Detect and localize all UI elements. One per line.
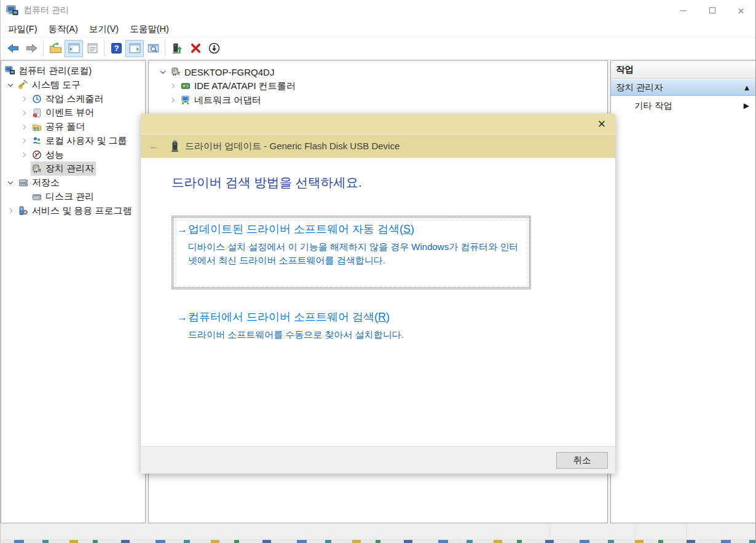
show-console-tree-button[interactable] — [65, 40, 83, 57]
minimize-button[interactable] — [669, 0, 698, 21]
performance-icon — [32, 150, 42, 160]
show-action-pane-button[interactable] — [125, 40, 144, 57]
tree-item-storage[interactable]: 저장소 — [1, 176, 145, 190]
cancel-button[interactable]: 취소 — [556, 452, 608, 469]
console-preview-button[interactable] — [144, 40, 162, 57]
tree-item-system-tools[interactable]: 시스템 도구 — [1, 78, 145, 92]
expand-chevron[interactable] — [17, 150, 31, 160]
expand-chevron[interactable] — [17, 108, 31, 118]
close-icon: × — [738, 5, 744, 17]
option-title: 컴퓨터에서 드라이버 소프트웨어 검색(R) — [188, 310, 390, 324]
menu-file[interactable]: 파일(F) — [2, 21, 43, 37]
menu-view[interactable]: 보기(V) — [84, 21, 124, 37]
tree-item-label: 저장소 — [32, 177, 60, 189]
expand-chevron[interactable] — [17, 94, 31, 104]
help-button[interactable]: ? — [107, 40, 125, 57]
disable-device-button[interactable] — [205, 40, 223, 57]
status-bar — [1, 524, 756, 539]
taskbar-edge-colors — [1, 540, 756, 543]
device-tree: DESKTOP-FGRQ4DJ IDE ATA/ATAPI 컨트롤러 네트워크 … — [149, 61, 607, 107]
dialog-back-button[interactable]: ← — [149, 140, 163, 152]
device-tree-ide-controllers[interactable]: IDE ATA/ATAPI 컨트롤러 — [149, 79, 607, 93]
tree-item-services-applications[interactable]: 서비스 및 응용 프로그램 — [1, 204, 145, 218]
forward-button[interactable] — [22, 40, 41, 57]
disable-down-arrow-icon — [208, 42, 221, 55]
dialog-body: 드라이버 검색 방법을 선택하세요. → 업데이트된 드라이버 소프트웨어 자동… — [141, 158, 615, 342]
expand-chevron[interactable] — [4, 80, 17, 90]
tree-item-label: 네트워크 어댑터 — [194, 95, 261, 106]
status-separator — [686, 525, 687, 537]
uninstall-x-icon — [189, 42, 202, 55]
services-applications-icon — [18, 206, 28, 216]
expand-chevron[interactable] — [166, 81, 179, 91]
collapse-triangle-icon[interactable]: ▲ — [744, 84, 749, 91]
properties-icon — [86, 42, 99, 55]
expand-chevron[interactable] — [166, 95, 179, 105]
option-arrow-icon: → — [177, 224, 188, 236]
tree-item-performance[interactable]: 성능 — [1, 148, 145, 162]
expand-chevron[interactable] — [4, 178, 17, 188]
local-users-groups-icon — [32, 136, 42, 146]
expand-chevron — [17, 192, 31, 202]
tree-item-label: 이벤트 뷰어 — [45, 107, 94, 119]
device-tree-network-adapters[interactable]: 네트워크 어댑터 — [149, 93, 607, 107]
option-browse-computer[interactable]: → 컴퓨터에서 드라이버 소프트웨어 검색(R) 드라이버 소프트웨어를 수동으… — [171, 310, 615, 342]
console-tree: 컴퓨터 관리(로컬) 시스템 도구 작업 스케줄러 이벤트 뷰어 — [1, 61, 145, 218]
tree-item-label: 서비스 및 응용 프로그램 — [32, 205, 132, 217]
shared-folders-icon — [32, 122, 42, 132]
actions-group-device-manager[interactable]: 장치 관리자 ▲ — [611, 79, 755, 96]
expand-chevron[interactable] — [17, 136, 31, 146]
dialog-close-icon: × — [598, 116, 606, 132]
driver-update-dialog: × ← 드라이버 업데이트 - Generic Flash Disk USB D… — [141, 114, 615, 474]
dialog-close-button[interactable]: × — [594, 115, 610, 133]
actions-pane: 작업 장치 관리자 ▲ 기타 작업 ▶ — [610, 60, 756, 523]
back-arrow-icon — [7, 42, 20, 55]
tree-item-task-scheduler[interactable]: 작업 스케줄러 — [1, 92, 145, 106]
export-list-button[interactable] — [46, 40, 65, 57]
tree-item-shared-folders[interactable]: 공유 폴더 — [1, 120, 145, 134]
tree-item-label: 장치 관리자 — [45, 163, 94, 174]
device-tree-root[interactable]: DESKTOP-FGRQ4DJ — [149, 65, 607, 79]
status-separator — [549, 525, 550, 537]
expand-chevron — [17, 164, 31, 174]
tree-item-label: 공유 폴더 — [45, 121, 85, 133]
dialog-title: 드라이버 업데이트 - Generic Flash Disk USB Devic… — [185, 141, 400, 152]
toolbar: ? — [1, 37, 755, 60]
access-key: R — [378, 311, 386, 323]
toolbar-separator — [104, 41, 104, 56]
export-folder-icon — [49, 42, 62, 55]
tree-item-device-manager[interactable]: 장치 관리자 — [1, 162, 145, 176]
tree-item-computer-management[interactable]: 컴퓨터 관리(로컬) — [1, 64, 145, 78]
dialog-footer: 취소 — [141, 446, 615, 474]
tree-item-local-users-groups[interactable]: 로컬 사용자 및 그룹 — [1, 134, 145, 148]
computer-node-icon — [171, 67, 181, 77]
close-button[interactable]: × — [726, 0, 755, 21]
tree-item-label: 성능 — [45, 149, 64, 161]
selected-tree-item: 장치 관리자 — [31, 162, 96, 176]
tree-item-label: 컴퓨터 관리(로컬) — [18, 65, 92, 77]
expand-chevron[interactable] — [17, 122, 31, 132]
menu-help[interactable]: 도움말(H) — [124, 21, 175, 37]
option-auto-search[interactable]: → 업데이트된 드라이버 소프트웨어 자동 검색(S) 디바이스 설치 설정에서… — [171, 216, 531, 289]
system-tools-icon — [18, 80, 28, 90]
tree-item-label: 작업 스케줄러 — [45, 93, 103, 105]
menu-action[interactable]: 동작(A) — [43, 21, 84, 37]
forward-arrow-icon — [25, 42, 38, 55]
tree-item-label: 시스템 도구 — [32, 79, 81, 91]
maximize-button[interactable] — [698, 0, 726, 21]
properties-button[interactable] — [83, 40, 101, 57]
tree-item-event-viewer[interactable]: 이벤트 뷰어 — [1, 106, 145, 120]
maximize-icon — [709, 7, 715, 14]
back-button[interactable] — [4, 40, 22, 57]
window-title: 컴퓨터 관리 — [23, 5, 69, 16]
device-manager-icon — [32, 164, 42, 174]
expand-chevron[interactable] — [4, 206, 17, 216]
expand-chevron[interactable] — [156, 67, 170, 77]
uninstall-device-button[interactable] — [186, 40, 205, 57]
tree-item-label: 로컬 사용자 및 그룹 — [45, 135, 127, 147]
tree-item-disk-management[interactable]: 디스크 관리 — [1, 190, 145, 204]
taskbar-edge-sliver — [1, 539, 756, 543]
actions-item-more-actions[interactable]: 기타 작업 ▶ — [611, 96, 755, 115]
storage-icon — [18, 178, 28, 188]
update-driver-button[interactable] — [168, 40, 186, 57]
